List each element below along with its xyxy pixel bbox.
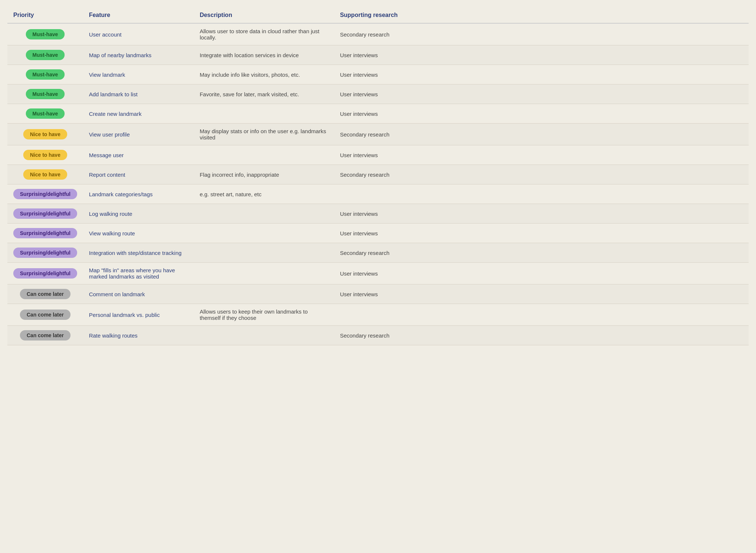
description-cell: Allows users to keep their own landmarks… <box>194 304 334 326</box>
feature-cell: View walking route <box>83 224 194 243</box>
priority-cell: Must-have <box>7 45 83 65</box>
header-feature: Feature <box>83 7 194 23</box>
table-row: Must-haveView landmarkMay include info l… <box>7 65 749 84</box>
priority-badge: Surprising/delightful <box>13 248 77 258</box>
priority-cell: Must-have <box>7 23 83 45</box>
table-header-row: Priority Feature Description Supporting … <box>7 7 749 23</box>
research-cell <box>334 184 749 204</box>
priority-cell: Surprising/delightful <box>7 204 83 224</box>
table-row: Must-haveUser accountAllows user to stor… <box>7 23 749 45</box>
research-cell: User interviews <box>334 224 749 243</box>
research-cell: User interviews <box>334 263 749 284</box>
table-row: Surprising/delightfulLog walking routeUs… <box>7 204 749 224</box>
table-row: Can come laterComment on landmarkUser in… <box>7 284 749 304</box>
feature-cell: Map "fills in" areas where you have mark… <box>83 263 194 284</box>
description-cell: May display stats or info on the user e.… <box>194 124 334 145</box>
research-cell: Secondary research <box>334 124 749 145</box>
feature-cell: View landmark <box>83 65 194 84</box>
table-row: Must-haveAdd landmark to listFavorite, s… <box>7 84 749 104</box>
table-row: Surprising/delightfulView walking routeU… <box>7 224 749 243</box>
feature-cell: Create new landmark <box>83 104 194 124</box>
priority-cell: Surprising/delightful <box>7 243 83 263</box>
priority-badge: Can come later <box>20 310 70 320</box>
research-cell: Secondary research <box>334 23 749 45</box>
feature-cell: Message user <box>83 145 194 165</box>
feature-cell: View user profile <box>83 124 194 145</box>
description-cell: May include info like visitors, photos, … <box>194 65 334 84</box>
feature-cell: Add landmark to list <box>83 84 194 104</box>
priority-badge: Surprising/delightful <box>13 268 77 279</box>
feature-cell: Log walking route <box>83 204 194 224</box>
table-row: Must-haveCreate new landmarkUser intervi… <box>7 104 749 124</box>
description-cell: e.g. street art, nature, etc <box>194 184 334 204</box>
research-cell: User interviews <box>334 84 749 104</box>
description-cell <box>194 224 334 243</box>
research-cell: Secondary research <box>334 326 749 345</box>
research-cell: User interviews <box>334 45 749 65</box>
priority-cell: Must-have <box>7 65 83 84</box>
description-cell: Allows user to store data in cloud rathe… <box>194 23 334 45</box>
feature-cell: Comment on landmark <box>83 284 194 304</box>
priority-badge: Can come later <box>20 289 70 299</box>
table-row: Nice to haveMessage userUser interviews <box>7 145 749 165</box>
priority-badge: Must-have <box>26 69 65 80</box>
description-cell: Flag incorrect info, inappropriate <box>194 165 334 184</box>
description-cell <box>194 326 334 345</box>
feature-cell: Rate walking routes <box>83 326 194 345</box>
table-container: Priority Feature Description Supporting … <box>0 0 756 353</box>
priority-badge: Nice to have <box>23 150 67 160</box>
priority-badge: Nice to have <box>23 129 67 139</box>
feature-priority-table: Priority Feature Description Supporting … <box>7 7 749 345</box>
priority-badge: Must-have <box>26 89 65 99</box>
description-cell <box>194 243 334 263</box>
priority-cell: Can come later <box>7 284 83 304</box>
feature-cell: Report content <box>83 165 194 184</box>
priority-badge: Must-have <box>26 29 65 39</box>
priority-cell: Surprising/delightful <box>7 263 83 284</box>
research-cell <box>334 304 749 326</box>
research-cell: Secondary research <box>334 243 749 263</box>
priority-badge: Surprising/delightful <box>13 228 77 238</box>
research-cell: User interviews <box>334 104 749 124</box>
priority-badge: Must-have <box>26 50 65 60</box>
priority-badge: Surprising/delightful <box>13 189 77 199</box>
description-cell <box>194 284 334 304</box>
priority-cell: Nice to have <box>7 145 83 165</box>
table-row: Surprising/delightfulLandmark categories… <box>7 184 749 204</box>
priority-cell: Nice to have <box>7 124 83 145</box>
priority-cell: Can come later <box>7 326 83 345</box>
research-cell: User interviews <box>334 65 749 84</box>
priority-badge: Nice to have <box>23 169 67 180</box>
table-row: Surprising/delightfulMap "fills in" area… <box>7 263 749 284</box>
priority-badge: Can come later <box>20 330 70 341</box>
research-cell: User interviews <box>334 284 749 304</box>
table-row: Can come laterPersonal landmark vs. publ… <box>7 304 749 326</box>
priority-cell: Nice to have <box>7 165 83 184</box>
priority-badge: Must-have <box>26 108 65 119</box>
table-body: Must-haveUser accountAllows user to stor… <box>7 23 749 345</box>
feature-cell: Integration with step/distance tracking <box>83 243 194 263</box>
table-row: Can come laterRate walking routesSeconda… <box>7 326 749 345</box>
description-cell <box>194 104 334 124</box>
research-cell: Secondary research <box>334 165 749 184</box>
header-description: Description <box>194 7 334 23</box>
research-cell: User interviews <box>334 145 749 165</box>
priority-cell: Surprising/delightful <box>7 224 83 243</box>
feature-cell: Personal landmark vs. public <box>83 304 194 326</box>
table-row: Nice to haveView user profileMay display… <box>7 124 749 145</box>
table-row: Nice to haveReport contentFlag incorrect… <box>7 165 749 184</box>
header-priority: Priority <box>7 7 83 23</box>
description-cell: Integrate with location services in devi… <box>194 45 334 65</box>
table-row: Surprising/delightfulIntegration with st… <box>7 243 749 263</box>
priority-badge: Surprising/delightful <box>13 208 77 219</box>
research-cell: User interviews <box>334 204 749 224</box>
priority-cell: Surprising/delightful <box>7 184 83 204</box>
priority-cell: Can come later <box>7 304 83 326</box>
priority-cell: Must-have <box>7 84 83 104</box>
header-research: Supporting research <box>334 7 749 23</box>
description-cell <box>194 145 334 165</box>
description-cell <box>194 204 334 224</box>
description-cell <box>194 263 334 284</box>
table-row: Must-haveMap of nearby landmarksIntegrat… <box>7 45 749 65</box>
priority-cell: Must-have <box>7 104 83 124</box>
